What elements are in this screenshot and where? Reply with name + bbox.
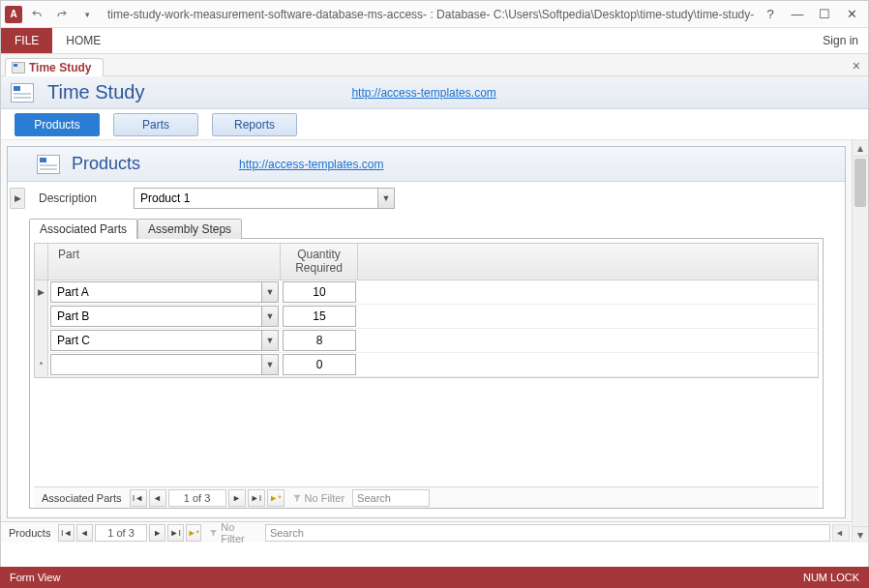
main-area: Products http://access-templates.com ▶ D… (1, 140, 868, 543)
form-icon (12, 62, 25, 74)
table-row: ▼ (35, 329, 818, 353)
status-bar: Form View NUM LOCK (0, 567, 869, 588)
description-input[interactable] (134, 188, 377, 209)
quantity-input[interactable] (283, 354, 356, 375)
filter-indicator[interactable]: No Filter (286, 492, 351, 504)
nav-first-button[interactable]: I◄ (130, 489, 147, 507)
nav-products[interactable]: Products (15, 113, 100, 136)
filter-indicator[interactable]: No Filter (203, 521, 263, 544)
outer-record-nav: Products I◄ ◄ 1 of 3 ► ►I ►* No Filter ◄ (1, 521, 852, 543)
row-selector[interactable] (35, 329, 48, 352)
dropdown-icon[interactable]: ▼ (377, 188, 395, 209)
tab-assembly-steps[interactable]: Assembly Steps (137, 219, 242, 239)
part-input[interactable] (50, 354, 261, 375)
window-title: time-study-work-measurement-software-dat… (102, 8, 754, 21)
nav-prev-button[interactable]: ◄ (76, 524, 93, 542)
row-selector[interactable]: * (35, 353, 48, 376)
products-subform: Products http://access-templates.com ▶ D… (7, 146, 846, 518)
dropdown-icon[interactable]: ▼ (261, 306, 279, 327)
part-input[interactable] (50, 306, 261, 327)
nav-last-button[interactable]: ►I (248, 489, 265, 507)
nav-next-button[interactable]: ► (228, 489, 246, 507)
file-tab[interactable]: FILE (1, 28, 52, 53)
app-icon: A (5, 6, 22, 23)
tab-associated-parts[interactable]: Associated Parts (29, 219, 137, 239)
undo-button[interactable] (26, 4, 47, 25)
status-view-mode: Form View (10, 572, 60, 583)
ribbon: FILE HOME Sign in (1, 28, 868, 53)
status-numlock: NUM LOCK (803, 572, 859, 583)
subform-header: Products http://access-templates.com (8, 147, 845, 182)
document-tab-label: Time Study (29, 61, 91, 74)
table-row: ▶▼ (35, 280, 818, 305)
row-selector[interactable]: ▶ (35, 280, 48, 304)
no-filter-label: No Filter (221, 521, 257, 544)
subform-title: Products (72, 154, 140, 174)
form-header: Time Study http://access-templates.com (1, 76, 868, 109)
part-input[interactable] (50, 281, 261, 303)
dropdown-icon[interactable]: ▼ (261, 330, 279, 351)
col-part[interactable]: Part (48, 244, 281, 279)
part-combo[interactable]: ▼ (50, 281, 279, 303)
horizontal-scrollbar[interactable]: ◄ (832, 524, 850, 542)
nav-new-button[interactable]: ►* (267, 489, 285, 507)
redo-button[interactable] (51, 4, 73, 25)
maximize-button[interactable]: ☐ (812, 4, 837, 25)
qat-customize-button[interactable]: ▾ (76, 4, 98, 25)
nav-first-button[interactable]: I◄ (58, 524, 75, 542)
home-tab[interactable]: HOME (52, 28, 114, 53)
form-title: Time Study (47, 81, 144, 103)
close-button[interactable]: ✕ (839, 4, 864, 25)
quantity-input[interactable] (283, 330, 356, 351)
form-search-input[interactable] (265, 524, 830, 542)
part-combo[interactable]: ▼ (50, 354, 279, 375)
scroll-up-button[interactable]: ▴ (853, 140, 868, 157)
col-qty-line1: Quantity (297, 248, 341, 261)
help-button[interactable]: ? (758, 4, 783, 25)
form-icon (11, 83, 34, 103)
minimize-button[interactable]: — (785, 4, 810, 25)
description-row: ▶ Description ▼ (8, 182, 845, 215)
window-titlebar: A ▾ time-study-work-measurement-software… (1, 1, 868, 28)
recnav-label: Associated Parts (36, 492, 128, 504)
sub-tabs: Associated Parts Assembly Steps (8, 215, 845, 238)
vertical-scrollbar[interactable]: ▴ ▾ (852, 140, 868, 543)
quantity-input[interactable] (283, 281, 356, 303)
sign-in-link[interactable]: Sign in (813, 28, 868, 53)
nav-parts[interactable]: Parts (113, 113, 198, 136)
subform-link[interactable]: http://access-templates.com (239, 158, 383, 171)
grid-search-input[interactable] (352, 489, 430, 507)
col-qty-line2: Required (295, 261, 343, 275)
dropdown-icon[interactable]: ▼ (261, 354, 279, 375)
nav-position[interactable]: 1 of 3 (168, 489, 226, 507)
nav-prev-button[interactable]: ◄ (149, 489, 166, 507)
col-quantity[interactable]: Quantity Required (281, 244, 358, 279)
table-row: ▼ (35, 305, 818, 329)
grid-header: Part Quantity Required (35, 244, 818, 280)
part-combo[interactable]: ▼ (50, 306, 279, 327)
document-close-button[interactable]: × (853, 58, 860, 74)
associated-parts-panel: Part Quantity Required ▶▼▼▼*▼ Associated… (29, 238, 824, 509)
inner-record-nav: Associated Parts I◄ ◄ 1 of 3 ► ►I ►* No … (34, 486, 819, 508)
nav-position[interactable]: 1 of 3 (95, 524, 148, 542)
document-tab-time-study[interactable]: Time Study (5, 58, 104, 76)
scroll-thumb[interactable] (854, 159, 866, 207)
nav-next-button[interactable]: ► (149, 524, 165, 542)
table-row: *▼ (35, 353, 818, 377)
description-label: Description (33, 191, 126, 205)
nav-reports[interactable]: Reports (212, 113, 297, 136)
dropdown-icon[interactable]: ▼ (261, 281, 279, 303)
nav-last-button[interactable]: ►I (167, 524, 184, 542)
recnav-label: Products (3, 527, 56, 539)
nav-new-button[interactable]: ►* (186, 524, 202, 542)
header-link[interactable]: http://access-templates.com (351, 86, 495, 100)
quantity-input[interactable] (283, 306, 356, 327)
row-selector[interactable] (35, 305, 48, 328)
form-icon (37, 155, 60, 174)
record-selector[interactable]: ▶ (10, 188, 25, 209)
nav-bar: Products Parts Reports (1, 109, 868, 140)
scroll-down-button[interactable]: ▾ (853, 526, 868, 543)
part-input[interactable] (50, 330, 261, 351)
part-combo[interactable]: ▼ (50, 330, 279, 351)
description-combo[interactable]: ▼ (134, 188, 395, 209)
